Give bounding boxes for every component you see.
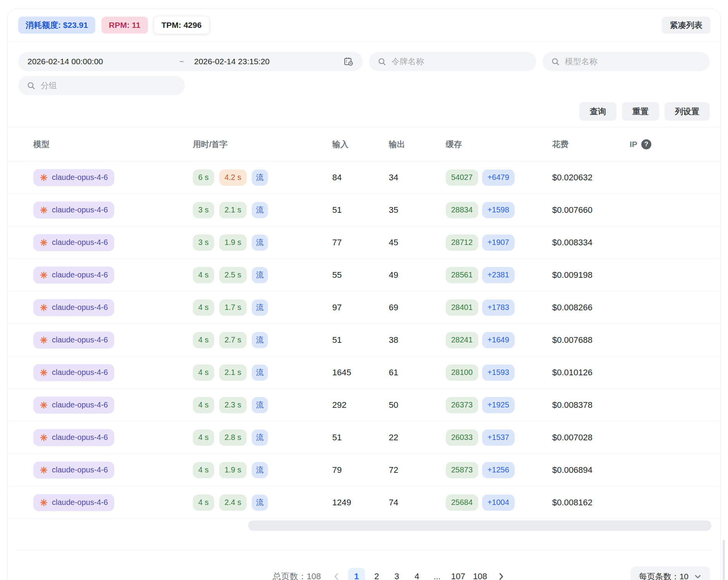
tpm-stat-badge: TPM: 4296 (154, 17, 209, 34)
model-badge[interactable]: claude-opus-4-6 (33, 494, 114, 511)
cache-write-badge: +1925 (482, 397, 515, 413)
page-number-button[interactable]: 4 (409, 568, 426, 580)
reset-button[interactable]: 重置 (622, 102, 659, 121)
column-settings-button[interactable]: 列设置 (664, 102, 710, 121)
model-name: claude-opus-4-6 (52, 238, 108, 247)
cost-cell: $0.008266 (552, 303, 630, 313)
total-time-badge: 4 s (193, 397, 214, 413)
model-badge[interactable]: claude-opus-4-6 (33, 364, 114, 381)
total-pages-text: 总页数：108 (273, 571, 321, 580)
table-row[interactable]: claude-opus-4-6 4 s 2.3 s 流 292 50 26373… (7, 389, 721, 421)
first-token-badge: 2.7 s (219, 332, 247, 348)
stream-badge: 流 (252, 169, 268, 186)
model-badge[interactable]: claude-opus-4-6 (33, 234, 114, 251)
model-name-input[interactable] (565, 57, 701, 66)
prev-page-button[interactable] (328, 568, 345, 580)
input-tokens-cell: 292 (332, 400, 389, 410)
ip-help-icon[interactable]: ? (641, 139, 651, 149)
table-row[interactable]: claude-opus-4-6 4 s 2.7 s 流 51 38 28241 … (7, 324, 721, 356)
cache-write-badge: +1649 (482, 332, 515, 348)
model-badge[interactable]: claude-opus-4-6 (33, 429, 114, 446)
total-time-badge: 3 s (193, 202, 214, 218)
page-number-button[interactable]: 1 (348, 568, 365, 580)
quota-stat-badge: 消耗额度: $23.91 (18, 17, 95, 34)
date-range-picker[interactable]: 2026-02-14 00:00:00 ~ 2026-02-14 23:15:2… (18, 52, 363, 71)
stream-badge: 流 (252, 299, 268, 316)
model-badge[interactable]: claude-opus-4-6 (33, 332, 114, 349)
total-pages-label: 总页数： (273, 571, 307, 580)
page-number-list: 1234...107108 (348, 568, 489, 580)
model-badge[interactable]: claude-opus-4-6 (33, 202, 114, 219)
cache-write-badge: +1537 (482, 429, 515, 446)
table-row[interactable]: claude-opus-4-6 4 s 1.9 s 流 79 72 25873 … (7, 454, 721, 486)
table-row[interactable]: claude-opus-4-6 4 s 2.1 s 流 1645 61 2810… (7, 356, 721, 389)
vertical-scrollbar-thumb[interactable] (723, 540, 725, 580)
page-number-button: ... (429, 568, 446, 580)
model-name: claude-opus-4-6 (52, 335, 108, 344)
table-row[interactable]: claude-opus-4-6 3 s 2.1 s 流 51 35 28834 … (7, 194, 721, 226)
cache-cell: 25684 +1004 (446, 494, 552, 511)
cache-read-badge: 28834 (446, 202, 478, 218)
input-tokens-cell: 55 (332, 270, 389, 280)
model-badge[interactable]: claude-opus-4-6 (33, 299, 114, 316)
model-cell: claude-opus-4-6 (33, 429, 193, 446)
table-row[interactable]: claude-opus-4-6 4 s 2.4 s 流 1249 74 2568… (7, 486, 721, 519)
cache-write-badge: +6479 (482, 169, 515, 186)
page-number-button[interactable]: 2 (368, 568, 385, 580)
model-badge[interactable]: claude-opus-4-6 (33, 462, 114, 479)
table-row[interactable]: claude-opus-4-6 3 s 1.9 s 流 77 45 28712 … (7, 226, 721, 259)
model-starburst-icon (39, 238, 48, 247)
model-cell: claude-opus-4-6 (33, 202, 193, 219)
cache-write-badge: +1783 (482, 299, 515, 316)
output-tokens-cell: 72 (389, 465, 446, 475)
page-size-selector[interactable]: 每页条数：10 (631, 566, 710, 580)
compact-list-button[interactable]: 紧凑列表 (662, 17, 711, 34)
model-starburst-icon (39, 433, 48, 442)
cost-cell: $0.008378 (552, 400, 630, 410)
table-row[interactable]: claude-opus-4-6 4 s 2.5 s 流 55 49 28561 … (7, 259, 721, 291)
page-number-button[interactable]: 108 (470, 568, 489, 580)
page-number-button[interactable]: 107 (449, 568, 468, 580)
filter-actions: 查询 重置 列设置 (18, 102, 710, 127)
group-search[interactable] (18, 76, 185, 95)
stream-badge: 流 (252, 429, 268, 446)
header-model: 模型 (33, 139, 193, 150)
next-page-button[interactable] (493, 568, 510, 580)
header-ip-label: IP (630, 140, 637, 149)
duration-cell: 4 s 2.5 s 流 (193, 267, 332, 283)
cache-cell: 25873 +1256 (446, 462, 552, 478)
duration-cell: 4 s 1.7 s 流 (193, 299, 332, 316)
token-name-search[interactable] (369, 52, 536, 71)
stream-badge: 流 (252, 202, 268, 218)
cache-read-badge: 25873 (446, 462, 478, 478)
results-summary: 显示第 1 条 - 第 10 条，共 1071 条 (18, 561, 159, 580)
input-tokens-cell: 84 (332, 173, 389, 183)
model-name: claude-opus-4-6 (52, 303, 108, 312)
token-name-input[interactable] (391, 57, 528, 66)
stream-badge: 流 (252, 397, 268, 413)
chevron-down-icon (694, 573, 702, 580)
header-input: 输入 (332, 139, 389, 150)
model-name: claude-opus-4-6 (52, 173, 108, 182)
table-row[interactable]: claude-opus-4-6 6 s 4.2 s 流 84 34 54027 … (7, 161, 721, 194)
model-badge[interactable]: claude-opus-4-6 (33, 169, 114, 186)
query-button[interactable]: 查询 (579, 102, 616, 121)
cache-read-badge: 28241 (446, 332, 478, 348)
table-row[interactable]: claude-opus-4-6 4 s 1.7 s 流 97 69 28401 … (7, 291, 721, 324)
model-badge[interactable]: claude-opus-4-6 (33, 397, 114, 414)
rpm-stat-badge: RPM: 11 (101, 17, 148, 34)
cache-cell: 28834 +1598 (446, 202, 552, 218)
model-badge[interactable]: claude-opus-4-6 (33, 267, 114, 284)
cache-cell: 28712 +1907 (446, 234, 552, 251)
horizontal-scrollbar-thumb[interactable] (248, 520, 711, 531)
page-number-button[interactable]: 3 (388, 568, 405, 580)
cost-cell: $0.007688 (552, 335, 630, 345)
duration-cell: 3 s 1.9 s 流 (193, 234, 332, 251)
pagination-bar: 显示第 1 条 - 第 10 条，共 1071 条 总页数：108 1234..… (7, 551, 721, 580)
header-cost: 花费 (552, 139, 630, 150)
model-name-search[interactable] (543, 52, 710, 71)
group-input[interactable] (41, 81, 176, 90)
cost-cell: $0.010126 (552, 368, 630, 378)
table-row[interactable]: claude-opus-4-6 4 s 2.8 s 流 51 22 26033 … (7, 421, 721, 454)
input-tokens-cell: 77 (332, 238, 389, 248)
